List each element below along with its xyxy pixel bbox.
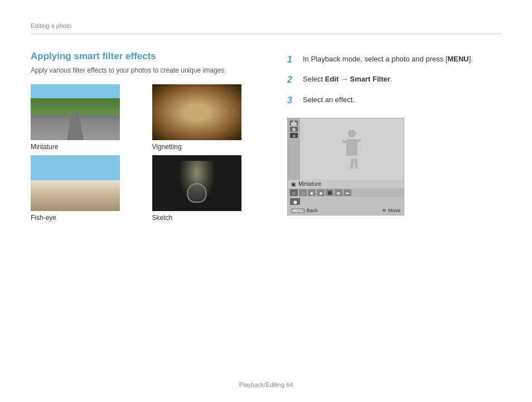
content-area: Applying smart filter effects Apply vari… — [31, 51, 501, 222]
back-button-area: MENU Back — [291, 208, 318, 213]
figure-leg-left — [350, 159, 354, 169]
photo-fisheye — [31, 155, 120, 211]
step-2-text: Select Edit → Smart Filter. — [303, 74, 392, 85]
menu-key-label: MENU — [291, 208, 305, 213]
photo-vignetting — [152, 84, 241, 140]
right-column: 1 In Playback mode, select a photo and p… — [287, 51, 501, 222]
camera-sidebar: ▣ — [288, 118, 300, 180]
sidebar-icon-1 — [290, 121, 298, 126]
step-3-number: 3 — [287, 94, 298, 107]
section-subtitle: Apply various filter effects to your pho… — [31, 66, 265, 74]
filter-btn-1[interactable]: ◫ — [290, 189, 298, 196]
filter-btn-7[interactable]: ▬ — [344, 189, 351, 196]
photo-label-fisheye: Fish-eye — [31, 214, 144, 222]
photo-item-sketch: Sketch — [152, 155, 265, 222]
camera-figure — [341, 130, 363, 169]
page-footer: Playback/Editing 64 — [0, 381, 532, 388]
active-filter-label: Miniature — [298, 181, 321, 187]
breadcrumb-text: Editing a photo — [31, 22, 71, 29]
move-button-area: ✛ Move — [382, 208, 400, 213]
filter-icon-small: ▣ — [291, 181, 296, 187]
svg-rect-1 — [293, 121, 295, 122]
figure-leg-right — [354, 159, 358, 169]
step-1-text: In Playback mode, select a photo and pre… — [303, 54, 473, 65]
photo-grid: Miniature Vignetting Fish-eye — [31, 84, 265, 222]
filter-icons-bar-2: ⬤ — [288, 197, 404, 206]
step-3: 3 Select an effect. — [287, 94, 501, 107]
step-1-number: 1 — [287, 54, 298, 66]
step-2-bold: Edit → Smart Filter — [325, 75, 390, 83]
filter-label-bar: ▣ Miniature — [288, 180, 404, 188]
steps-list: 1 In Playback mode, select a photo and p… — [287, 54, 501, 107]
breadcrumb: Editing a photo — [31, 22, 501, 34]
footer-text: Playback/Editing 64 — [239, 381, 293, 388]
photo-label-miniature: Miniature — [31, 143, 144, 151]
svg-rect-0 — [291, 122, 297, 126]
move-label: Move — [388, 208, 400, 213]
filter-btn-4[interactable]: ◼ — [317, 189, 325, 196]
filter-btn-6[interactable]: ▦ — [335, 189, 342, 196]
camera-screen: ▣ — [288, 118, 404, 180]
sidebar-icon-2 — [290, 127, 298, 132]
photo-item-vignetting: Vignetting — [152, 84, 265, 151]
filter-btn-extra[interactable]: ⬤ — [290, 198, 300, 205]
step-2: 2 Select Edit → Smart Filter. — [287, 74, 501, 86]
camera-main-screen — [341, 118, 363, 180]
camera-bottom-bar: MENU Back ✛ Move — [288, 206, 404, 215]
step-2-number: 2 — [287, 74, 298, 86]
step-1: 1 In Playback mode, select a photo and p… — [287, 54, 501, 66]
filter-btn-2[interactable]: ◻ — [299, 189, 307, 196]
sidebar-icon-3: ▣ — [290, 133, 298, 138]
svg-point-3 — [293, 128, 295, 130]
step-3-text: Select an effect. — [303, 94, 355, 106]
road-element — [67, 112, 84, 140]
filter-icons-bar: ◫ ◻ ▣ ◼ ⬛ ▦ ▬ — [288, 188, 404, 197]
camera-ui-mockup: ▣ — [287, 118, 404, 216]
section-title: Applying smart filter effects — [31, 51, 265, 62]
sketch-object — [187, 183, 206, 203]
photo-item-fisheye: Fish-eye — [31, 155, 144, 222]
filter-btn-3[interactable]: ▣ — [308, 189, 316, 196]
photo-sketch — [152, 155, 241, 211]
move-icon: ✛ — [382, 208, 386, 213]
back-label: Back — [307, 208, 318, 213]
figure-head — [348, 130, 356, 137]
menu-key-1: MENU — [447, 55, 468, 63]
left-column: Applying smart filter effects Apply vari… — [31, 51, 265, 222]
photo-label-sketch: Sketch — [152, 214, 265, 222]
photo-label-vignetting: Vignetting — [152, 143, 265, 151]
filter-btn-5[interactable]: ⬛ — [326, 189, 333, 196]
photo-item-miniature: Miniature — [31, 84, 144, 151]
photo-miniature — [31, 84, 120, 140]
page-container: Editing a photo Applying smart filter ef… — [0, 0, 532, 402]
